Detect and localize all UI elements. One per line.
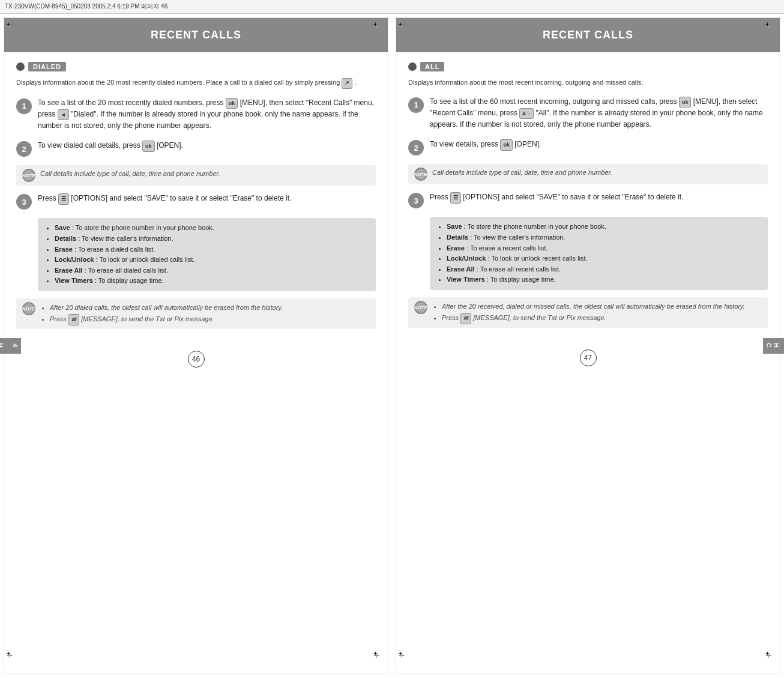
right-info-item-5: Erase All : To erase all recent calls li… [447, 264, 761, 275]
right-intro: Displays information about the most rece… [408, 77, 768, 88]
right-page-number-container: 47 [396, 350, 780, 366]
left-info-item-4: Lock/Unlock : To lock or unlock dialed c… [55, 255, 369, 265]
right-step-1-text: To see a list of the 60 most recent inco… [430, 96, 768, 131]
all-badge: ALL [408, 62, 444, 71]
right-step-3-text: Press ☰ [OPTIONS] and select "SAVE" to s… [430, 192, 683, 203]
file-bar: TX-230VW(CDM-8945)_050203 2005.2.4 6:19 … [0, 0, 784, 14]
crosshair-br: + [373, 650, 385, 662]
left-step-1-number: 1 [16, 98, 32, 114]
right-info-item-6: View Timers : To display usage time. [447, 274, 761, 285]
page-left: + + + + CH4 RECENT CALLS DIALED Displays… [4, 17, 388, 674]
chapter-tab-right-label: CH4 [765, 343, 784, 349]
file-bar-text: TX-230VW(CDM-8945)_050203 2005.2.4 6:19 … [5, 3, 167, 10]
msg-key-left: ✉ [68, 314, 79, 325]
msg-key-right: ✉ [460, 313, 471, 324]
left-bottom-note-text: After 20 dialed calls, the oldest call w… [40, 302, 283, 325]
ok-key-r1: ok [679, 97, 692, 107]
right-info-item-2: Details : To view the caller's informati… [447, 232, 761, 243]
right-page-number: 47 [580, 350, 597, 366]
right-crosshair-bl: + [399, 650, 411, 662]
chapter-tab-left-label: CH4 [0, 343, 19, 349]
left-note-1-text: Call details include type of call, date,… [40, 169, 220, 179]
pages-container: + + + + CH4 RECENT CALLS DIALED Displays… [0, 14, 784, 678]
right-bottom-note-item-1: After the 20 received, dialed or missed … [442, 301, 745, 312]
left-page-number: 46 [188, 351, 205, 368]
right-note-1: NOTE Call details include type of call, … [408, 164, 768, 184]
right-info-item-4: Lock/Unlock : To lock or unlock recent c… [447, 253, 761, 264]
right-crosshair-tr: + [765, 20, 777, 32]
left-info-item-6: View Timers : To display usage time. [55, 276, 369, 286]
left-info-list: Save : To store the phone number in your… [45, 223, 369, 286]
send-key-icon: ↗ [342, 78, 352, 89]
right-header-title: RECENT CALLS [543, 29, 633, 41]
dialed-badge-label: DIALED [28, 62, 66, 71]
left-page-header: RECENT CALLS [4, 18, 388, 52]
right-bottom-note-icon: NOTE [414, 301, 427, 314]
left-bottom-note-item-1: After 20 dialed calls, the oldest call w… [50, 302, 283, 313]
crosshair-tr: + [373, 20, 385, 32]
left-bottom-note-icon: NOTE [22, 302, 35, 315]
right-note-1-text: Call details include type of call, date,… [432, 168, 612, 178]
back-key-1: ◄ [58, 109, 69, 120]
chapter-tab-right: CH4 [763, 338, 784, 354]
right-info-item-3: Erase : To erase a recent calls list. [447, 243, 761, 254]
left-page-content: DIALED Displays information about the 20… [4, 52, 388, 339]
ok-key-1: ok [226, 98, 238, 109]
left-step-2-text: To view dialed call details, press ok [O… [38, 140, 183, 151]
left-note-1: NOTE Call details include type of call, … [16, 165, 376, 186]
crosshair-tl: + [7, 20, 19, 32]
left-step-2: 2 To view dialed call details, press ok … [16, 140, 376, 157]
right-bottom-note-text: After the 20 received, dialed or missed … [432, 301, 745, 324]
left-info-item-1: Save : To store the phone number in your… [55, 223, 369, 234]
right-step-2-text: To view details, press ok [OPEN]. [430, 139, 541, 150]
right-page-content: ALL Displays information about the most … [396, 52, 780, 337]
left-bottom-note-item-2: Press ✉ [MESSAGE], to send the Txt or Pi… [50, 313, 283, 325]
ok-key-2: ok [142, 141, 155, 151]
right-step-1: 1 To see a list of the 60 most recent in… [408, 96, 768, 131]
all-badge-label: ALL [420, 62, 444, 71]
left-info-box: Save : To store the phone number in your… [38, 218, 376, 291]
right-bottom-note: NOTE After the 20 received, dialed or mi… [408, 297, 768, 328]
right-info-box: Save : To store the phone number in your… [430, 217, 768, 290]
left-step-3-text: Press ☰ [OPTIONS] and select "SAVE" to s… [38, 193, 291, 204]
all-badge-circle [408, 62, 417, 71]
right-note-1-icon: NOTE [414, 168, 427, 181]
left-note-1-icon: NOTE [22, 169, 35, 182]
options-key-left: ☰ [58, 193, 69, 204]
left-info-item-5: Erase All : To erase all dialed calls li… [55, 265, 369, 276]
page-right: + + + + CH4 RECENT CALLS ALL Displays in… [396, 17, 780, 674]
right-info-list: Save : To store the phone number in your… [437, 222, 761, 285]
left-bottom-note: NOTE After 20 dialed calls, the oldest c… [16, 298, 376, 329]
right-crosshair-tl: + [399, 20, 411, 32]
dialed-badge: DIALED [16, 62, 66, 71]
right-step-2: 2 To view details, press ok [OPEN]. [408, 139, 768, 156]
left-intro: Displays information about the 20 most r… [16, 77, 376, 89]
right-page-header: RECENT CALLS [396, 18, 780, 52]
crosshair-bl: + [7, 650, 19, 662]
left-step-3-number: 3 [16, 194, 32, 210]
right-step-3: 3 Press ☰ [OPTIONS] and select "SAVE" to… [408, 192, 768, 208]
left-step-2-number: 2 [16, 141, 32, 157]
left-page-number-container: 46 [4, 351, 388, 368]
left-info-item-3: Erase : To erase a dialed calls list. [55, 244, 369, 255]
right-bottom-note-item-2: Press ✉ [MESSAGE], to send the Txt or Pi… [442, 312, 745, 324]
right-step-1-number: 1 [408, 97, 424, 113]
options-key-right: ☰ [450, 192, 461, 203]
right-step-2-number: 2 [408, 140, 424, 156]
right-step-3-number: 3 [408, 193, 424, 208]
right-crosshair-br: + [765, 650, 777, 662]
chapter-tab-left: CH4 [0, 338, 21, 354]
left-step-1-text: To see a list of the 20 most recently di… [38, 97, 376, 132]
dialed-badge-circle [16, 62, 25, 71]
left-info-item-2: Details : To view the caller's informati… [55, 234, 369, 244]
ok-key-r2: ok [500, 139, 513, 150]
all-key: 4→ [519, 108, 534, 119]
left-step-3: 3 Press ☰ [OPTIONS] and select "SAVE" to… [16, 193, 376, 210]
left-header-title: RECENT CALLS [151, 29, 241, 41]
right-info-item-1: Save : To store the phone number in your… [447, 222, 761, 232]
left-step-1: 1 To see a list of the 20 most recently … [16, 97, 376, 132]
